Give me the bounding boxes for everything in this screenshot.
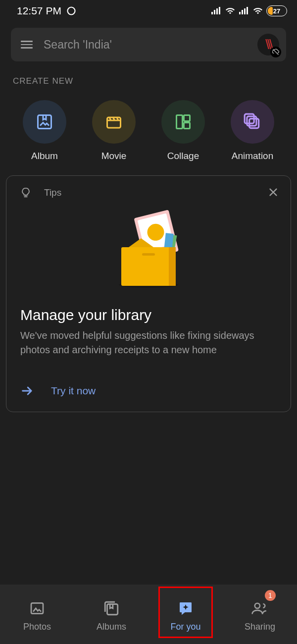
status-bar: 12:57 PM 27 xyxy=(0,0,297,21)
signal-icon xyxy=(211,7,222,15)
create-animation-label: Animation xyxy=(232,151,274,161)
backup-off-icon xyxy=(270,47,281,57)
photos-icon xyxy=(29,600,45,617)
lightbulb-icon xyxy=(20,186,31,200)
menu-icon[interactable] xyxy=(21,41,33,49)
sharing-badge: 1 xyxy=(265,590,276,601)
nav-sharing[interactable]: 1 Sharing xyxy=(230,593,290,639)
create-collage-button[interactable]: Collage xyxy=(156,100,210,161)
wifi-icon xyxy=(252,6,263,15)
tips-card: Tips Manage your library We've moved hel… xyxy=(6,175,291,412)
status-indicator-icon xyxy=(66,6,76,16)
svg-point-21 xyxy=(255,603,260,608)
svg-point-0 xyxy=(67,7,75,15)
svg-rect-15 xyxy=(121,247,176,286)
create-album-button[interactable]: Album xyxy=(17,100,72,161)
nav-for-you-label: For you xyxy=(170,622,200,632)
search-input[interactable]: Search 'India' xyxy=(44,38,257,52)
search-bar[interactable]: Search 'India' \\\ xyxy=(11,28,286,61)
close-icon[interactable] xyxy=(268,187,279,200)
arrow-right-icon xyxy=(20,384,34,398)
nav-photos[interactable]: Photos xyxy=(7,593,67,639)
signal-icon xyxy=(239,7,249,15)
sharing-icon xyxy=(251,600,269,617)
collage-icon xyxy=(161,100,205,144)
battery-icon: 27 xyxy=(266,5,287,16)
wifi-icon xyxy=(225,6,236,15)
animation-icon xyxy=(231,100,274,144)
svg-rect-18 xyxy=(142,253,155,256)
create-movie-button[interactable]: Movie xyxy=(87,100,141,161)
svg-rect-7 xyxy=(247,116,256,126)
tips-cta-label: Try it now xyxy=(51,385,96,397)
tips-header-label: Tips xyxy=(44,187,61,198)
nav-for-you[interactable]: For you xyxy=(156,593,215,639)
tips-title: Manage your library xyxy=(20,307,277,323)
svg-rect-3 xyxy=(177,115,183,129)
svg-rect-4 xyxy=(184,115,190,121)
svg-rect-19 xyxy=(31,603,43,613)
battery-text: 27 xyxy=(273,7,280,15)
nav-photos-label: Photos xyxy=(23,622,51,632)
create-collage-label: Collage xyxy=(167,151,199,161)
bottom-nav: Photos Albums For you 1 Sharing xyxy=(0,585,297,644)
create-album-label: Album xyxy=(31,151,58,161)
tips-cta-button[interactable]: Try it now xyxy=(20,384,277,398)
create-new-row: Album Movie Collage Animation xyxy=(0,86,297,166)
status-time: 12:57 PM xyxy=(17,5,61,17)
avatar[interactable]: \\\ xyxy=(257,34,279,55)
create-new-label: CREATE NEW xyxy=(13,76,297,86)
svg-rect-1 xyxy=(38,115,51,129)
create-movie-label: Movie xyxy=(101,151,127,161)
nav-sharing-label: Sharing xyxy=(245,622,275,632)
svg-rect-16 xyxy=(169,247,176,286)
movie-icon xyxy=(92,100,136,144)
svg-rect-5 xyxy=(184,123,190,129)
for-you-icon xyxy=(178,600,194,617)
nav-albums[interactable]: Albums xyxy=(82,593,141,639)
albums-icon xyxy=(103,600,120,617)
nav-albums-label: Albums xyxy=(97,622,126,632)
create-animation-button[interactable]: Animation xyxy=(225,100,280,161)
tips-illustration xyxy=(20,208,277,292)
album-icon xyxy=(23,100,66,144)
tips-body: We've moved helpful suggestions like fix… xyxy=(20,328,277,357)
